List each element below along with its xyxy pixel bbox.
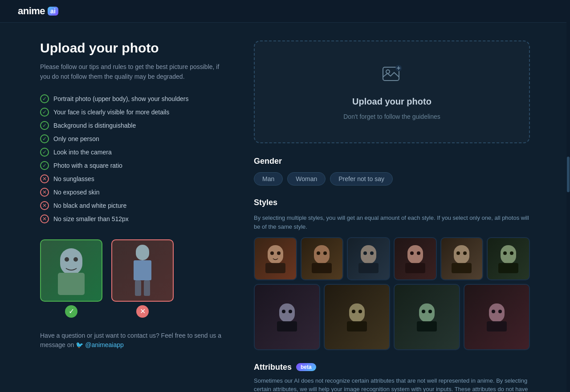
attributes-description: Sometimes our AI does not recognize cert… — [254, 376, 530, 392]
check-icon: ✓ — [40, 108, 49, 117]
style-card-1[interactable] — [254, 237, 297, 280]
svg-rect-16 — [312, 263, 332, 273]
svg-rect-19 — [361, 245, 376, 264]
svg-rect-44 — [417, 321, 437, 331]
style-card-10[interactable] — [464, 284, 530, 350]
left-panel: Upload your photo Please follow our tips… — [40, 40, 227, 392]
styles-section: Styles By selecting multiple styles, you… — [254, 198, 530, 350]
svg-rect-39 — [349, 303, 365, 322]
svg-rect-43 — [419, 303, 435, 322]
upload-title: Upload your photo — [352, 97, 432, 107]
guideline-item: ✓ Your face is clearly visible for more … — [40, 108, 227, 117]
svg-rect-20 — [358, 263, 379, 273]
svg-point-26 — [417, 251, 420, 255]
svg-point-33 — [503, 251, 507, 255]
guideline-text: No sunglasses — [53, 175, 94, 182]
x-icon: ✕ — [40, 188, 49, 197]
right-panel: Upload your photo Don't forget to follow… — [254, 40, 530, 392]
svg-point-3 — [73, 257, 78, 262]
svg-point-42 — [358, 310, 362, 313]
svg-rect-27 — [454, 245, 469, 264]
logo-ai-badge: ai — [48, 7, 58, 16]
main-container: Upload your photo Please follow our tips… — [31, 23, 539, 392]
svg-point-41 — [352, 310, 355, 313]
contact-text: Have a question or just want to contact … — [40, 331, 227, 350]
upload-icon — [381, 64, 403, 90]
svg-rect-4 — [136, 245, 149, 260]
guideline-text: No exposed skin — [53, 189, 100, 196]
beta-badge: beta — [296, 363, 316, 371]
guideline-item: ✓ Portrait photo (upper body), show your… — [40, 94, 227, 103]
upload-hint: Don't forget to follow the guidelines — [343, 113, 440, 120]
photo-examples: ✓ ✕ — [40, 239, 227, 318]
svg-rect-24 — [405, 263, 425, 273]
guidelines-list: ✓ Portrait photo (upper body), show your… — [40, 94, 227, 223]
svg-point-22 — [370, 251, 374, 255]
guideline-text: Portrait photo (upper body), show your s… — [53, 95, 189, 102]
guideline-text: Only one person — [53, 135, 99, 142]
svg-rect-11 — [268, 245, 283, 264]
good-example: ✓ — [40, 239, 102, 318]
svg-point-34 — [510, 251, 513, 255]
svg-point-17 — [317, 251, 320, 255]
guideline-item: ✓ Background is distinguishable — [40, 121, 227, 130]
check-icon: ✓ — [40, 148, 49, 157]
svg-point-38 — [289, 310, 292, 313]
svg-rect-1 — [58, 273, 85, 295]
style-card-8[interactable] — [324, 284, 390, 350]
style-card-7[interactable] — [254, 284, 320, 350]
svg-rect-47 — [489, 303, 505, 322]
svg-point-2 — [65, 257, 69, 262]
gender-man[interactable]: Man — [254, 172, 283, 186]
logo-text: anime — [18, 5, 45, 17]
svg-rect-35 — [279, 303, 295, 322]
upload-zone[interactable]: Upload your photo Don't forget to follow… — [254, 40, 530, 143]
svg-rect-36 — [277, 321, 297, 331]
svg-point-46 — [428, 310, 432, 313]
x-icon: ✕ — [40, 201, 49, 210]
style-card-5[interactable] — [440, 237, 484, 280]
twitter-link[interactable]: 🐦 @animeaiapp — [76, 340, 124, 350]
svg-point-13 — [270, 251, 274, 255]
svg-point-18 — [323, 251, 327, 255]
check-icon: ✓ — [40, 161, 49, 170]
svg-rect-15 — [314, 245, 330, 264]
styles-description: By selecting multiple styles, you will g… — [254, 214, 530, 231]
svg-point-30 — [463, 251, 467, 255]
svg-point-29 — [456, 251, 460, 255]
gender-prefer-not[interactable]: Prefer not to say — [330, 172, 393, 186]
subtitle: Please follow our tips and rules to get … — [40, 62, 227, 82]
gender-options: Man Woman Prefer not to say — [254, 172, 530, 186]
style-card-4[interactable] — [394, 237, 437, 280]
guideline-text: Look into the camera — [53, 149, 112, 156]
style-card-2[interactable] — [301, 237, 344, 280]
svg-point-50 — [498, 310, 502, 313]
svg-rect-0 — [60, 248, 82, 275]
svg-rect-23 — [407, 245, 423, 264]
guideline-item: ✓ Look into the camera — [40, 148, 227, 157]
attributes-title: Attributes — [254, 363, 292, 372]
svg-point-49 — [492, 310, 495, 313]
guideline-text: No size smaller than 512px — [53, 215, 129, 222]
svg-rect-6 — [135, 280, 141, 296]
twitter-icon: 🐦 — [76, 340, 83, 350]
guideline-text: Photo with a square ratio — [53, 162, 122, 169]
gender-woman[interactable]: Woman — [287, 172, 326, 186]
logo[interactable]: anime ai — [18, 5, 58, 17]
guideline-item: ✕ No sunglasses — [40, 174, 227, 183]
style-card-6[interactable] — [487, 237, 530, 280]
guideline-item: ✕ No size smaller than 512px — [40, 214, 227, 223]
guideline-item: ✓ Only one person — [40, 134, 227, 143]
good-photo-thumb — [40, 239, 102, 302]
x-icon: ✕ — [40, 174, 49, 183]
guideline-item: ✓ Photo with a square ratio — [40, 161, 227, 170]
scrollbar-thumb[interactable] — [567, 157, 570, 192]
svg-rect-31 — [501, 245, 516, 264]
guideline-text: Background is distinguishable — [53, 122, 136, 129]
styles-grid-row1 — [254, 237, 530, 280]
svg-rect-28 — [452, 263, 472, 273]
attributes-header: Attributes beta — [254, 363, 530, 372]
bad-icon: ✕ — [136, 305, 149, 318]
style-card-3[interactable] — [347, 237, 390, 280]
style-card-9[interactable] — [394, 284, 460, 350]
